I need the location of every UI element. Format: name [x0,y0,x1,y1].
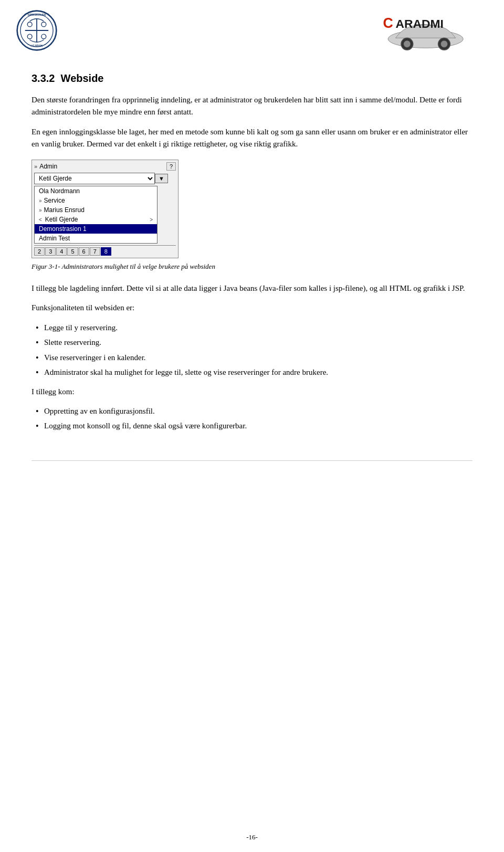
paragraph-2: En egen innloggingsklasse ble laget, her… [32,126,472,151]
caradmi-logo: C ARADMI [378,9,488,51]
paragraph-before-list-2: I tillegg kom: [32,386,472,398]
admin-label: Admin [39,163,57,170]
admin-arrow-icon: » [34,163,37,170]
page-button-3[interactable]: 3 [45,247,56,256]
list-item-text: Demonstrasion 1 [39,225,87,233]
bullet-list-1: Legge til y reservering. Slette reserver… [32,322,472,378]
svg-point-6 [27,34,32,39]
page-button-7[interactable]: 7 [90,247,100,256]
list-item: Logging mot konsoll og fil, denne skal o… [32,420,472,432]
list-item-text: Ketil Gjerde [45,216,78,223]
section-heading: 3.3.2 Webside [32,72,472,85]
page-button-5[interactable]: 5 [67,247,78,256]
svg-text:HØGSKOLEN: HØGSKOLEN [28,13,46,16]
screenshot-titlebar: » Admin ? [34,162,176,171]
bullet-list-2: Oppretting av en konfigurasjonsfil. Logg… [32,405,472,432]
section-title: Webside [61,72,104,84]
svg-point-5 [41,22,46,27]
svg-text:ARADMI: ARADMI [395,17,444,30]
paragraph-1: Den største forandringen fra opprinnelig… [32,94,472,119]
page-number: -16- [246,833,258,841]
list-item: Slette reservering. [32,336,472,349]
dropdown-arrow-button[interactable]: ▼ [155,174,168,183]
pagination-row: 2 3 4 5 6 7 8 [34,245,176,256]
header: HØGSKOLEN I GJØVIK [0,0,504,57]
svg-point-10 [404,40,411,47]
left-arrow-icon: < [39,217,42,223]
help-button[interactable]: ? [166,162,176,171]
user-dropdown[interactable]: Ketil Gjerde [34,173,155,184]
page-container: HØGSKOLEN I GJØVIK [0,0,504,852]
list-item: Legge til y reservering. [32,322,472,334]
list-item-selected[interactable]: Demonstrasion 1 [35,224,157,234]
list-item[interactable]: Marius Ensrud [35,205,157,215]
list-item-text: Admin Test [39,235,70,242]
right-arrow-icon: > [150,217,153,223]
svg-text:I GJØVIK: I GJØVIK [30,44,43,47]
list-item-text: Marius Ensrud [44,206,85,214]
user-listbox: Ola Nordmann Service Marius Ensrud < Ket… [34,186,158,244]
figure-caption: Figur 3-1- Administrators mulighet til å… [32,261,215,272]
screenshot-box: » Admin ? Ketil Gjerde ▼ Ola Nordmann [32,160,178,258]
page-button-6[interactable]: 6 [79,247,89,256]
svg-point-12 [440,40,447,47]
hig-logo: HØGSKOLEN I GJØVIK [16,9,58,51]
svg-point-7 [41,34,46,39]
list-item: Administrator skal ha mulighet for legge… [32,366,472,378]
list-item[interactable]: < Ketil Gjerde > [35,215,157,224]
page-button-4[interactable]: 4 [56,247,67,256]
paragraph-after-figure-2: Funksjonaliteten til websiden er: [32,302,472,314]
list-item-text: Service [44,197,65,204]
figure-container: » Admin ? Ketil Gjerde ▼ Ola Nordmann [32,160,472,279]
page-button-2[interactable]: 2 [34,247,45,256]
svg-text:C: C [383,15,393,31]
list-item[interactable]: Service [35,196,157,205]
dropdown-row: Ketil Gjerde ▼ [34,173,176,184]
list-item: Oppretting av en konfigurasjonsfil. [32,405,472,417]
svg-point-4 [27,22,32,27]
section-number: 3.3.2 [32,72,55,84]
page-button-8[interactable]: 8 [101,247,111,256]
list-item: Vise reserveringer i en kalender. [32,352,472,364]
list-item[interactable]: Ola Nordmann [35,186,157,196]
footer-separator [32,460,472,461]
list-item-text: Ola Nordmann [39,187,80,195]
caradmi-logo-svg: C ARADMI [378,9,488,51]
paragraph-after-figure-1: I tillegg ble lagdeling innført. Dette v… [32,282,472,294]
page-footer: -16- [0,833,504,842]
list-item[interactable]: Admin Test [35,234,157,243]
hig-logo-svg: HØGSKOLEN I GJØVIK [16,9,58,51]
main-content: 3.3.2 Webside Den største forandringen f… [0,57,504,460]
